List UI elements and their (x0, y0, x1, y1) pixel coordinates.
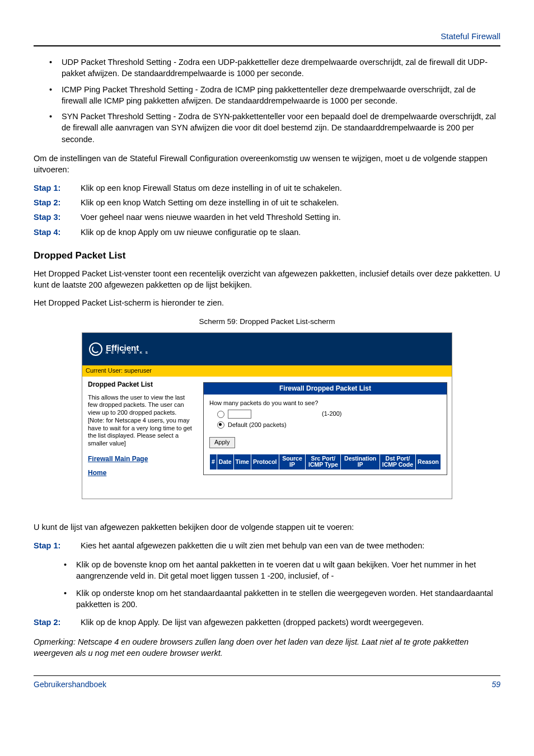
col-time: Time (233, 454, 251, 469)
col-date: Date (217, 454, 233, 469)
method-1: Klik op de bovenste knop om het aantal p… (67, 559, 500, 582)
method-2: Klik op onderste knop om het standaardaa… (67, 588, 500, 611)
col-num: # (210, 454, 217, 469)
radio-default-label: Default (200 packets) (228, 421, 287, 429)
steps-block-1: Stap 1:Klik op een knop Firewall Status … (34, 182, 500, 238)
para2: Het Dropped Packet List-scherm is hieron… (34, 297, 500, 308)
apply-button[interactable]: Apply (209, 437, 235, 448)
col-src-port: Src Port/ ICMP Type (306, 454, 341, 469)
header-rule (34, 45, 500, 46)
logo-sub: N E T W O R K S (106, 351, 149, 354)
sidebar: Dropped Packet List This allows the user… (82, 377, 199, 499)
steps-block-2: Stap 1:Kies het aantal afgewezen pakkett… (34, 540, 500, 551)
col-reason: Reason (416, 454, 441, 469)
note: Opmerking: Netscape 4 en oudere browsers… (34, 636, 500, 659)
step-label: Stap 1: (34, 540, 81, 551)
bullet-icmp: ICMP Ping Packet Threshold Setting - Zod… (53, 84, 500, 107)
step-text: Klik op een knop Firewall Status om deze… (81, 184, 342, 192)
step-label: Stap 2: (34, 197, 81, 208)
step-text: Kies het aantal afgewezen pakketten die … (81, 541, 424, 550)
settings-list: UDP Packet Threshold Setting - Zodra een… (34, 57, 500, 145)
intro2: U kunt de lijst van afgewezen pakketten … (34, 522, 500, 533)
main-panel-area: Firewall Dropped Packet List How many pa… (199, 377, 452, 499)
step-label: Stap 3: (34, 212, 81, 223)
step-label: Stap 2: (34, 617, 81, 628)
doc-header-title: Stateful Firewall (34, 30, 500, 42)
step-text: Voer geheel naar wens nieuwe waarden in … (81, 213, 341, 222)
step-text: Klik op de knop Apply om uw nieuwe confi… (81, 228, 301, 237)
panel: Firewall Dropped Packet List How many pa… (203, 382, 447, 475)
current-user-bar: Current User: superuser (82, 365, 452, 376)
intro1: Om de instellingen van de Stateful Firew… (34, 153, 500, 176)
step-label: Stap 4: (34, 227, 81, 238)
link-firewall-main[interactable]: Firewall Main Page (88, 454, 193, 464)
screenshot: Efficient N E T W O R K S Current User: … (82, 332, 452, 499)
figure-caption: Scherm 59: Dropped Packet List-scherm (34, 317, 500, 327)
step-text: Klik op een knop Watch Setting om deze i… (81, 198, 339, 207)
page-number: 59 (491, 679, 500, 691)
step-text: Klik op de knop Apply. De lijst van afge… (81, 618, 424, 627)
radio-custom[interactable] (217, 411, 224, 418)
steps-block-3: Stap 2:Klik op de knop Apply. De lijst v… (34, 617, 500, 628)
step-label: Stap 1: (34, 182, 81, 194)
bullet-syn: SYN Packet Threshold Setting - Zodra de … (53, 111, 500, 145)
footer-left: Gebruikershandboek (34, 679, 106, 691)
para1: Het Dropped Packet List-venster toont ee… (34, 268, 500, 291)
logo-icon (89, 342, 102, 356)
footer-rule (34, 675, 500, 676)
col-dst-ip: Destination IP (341, 454, 380, 469)
sidebar-title: Dropped Packet List (88, 380, 193, 389)
radio-default[interactable] (217, 421, 224, 429)
section-title: Dropped Packet List (34, 249, 500, 262)
bullet-udp: UDP Packet Threshold Setting - Zodra een… (53, 57, 500, 79)
dropped-packet-table: # Date Time Protocol Source IP Src Port/… (209, 454, 441, 470)
range-hint: (1-200) (322, 410, 341, 418)
col-protocol: Protocol (251, 454, 279, 469)
panel-question: How many packets do you want to see? (209, 399, 441, 407)
custom-count-input[interactable] (228, 410, 251, 419)
shot-header-bar: Efficient N E T W O R K S (82, 333, 452, 365)
brand-logo: Efficient N E T W O R K S (89, 342, 149, 356)
col-src-ip: Source IP (279, 454, 306, 469)
panel-title: Firewall Dropped Packet List (204, 383, 447, 395)
sidebar-description: This allows the user to view the last fe… (88, 394, 193, 448)
col-dst-port: Dst Port/ ICMP Code (380, 454, 415, 469)
method-sublist: Klik op de bovenste knop om het aantal p… (34, 559, 500, 610)
footer: Gebruikershandboek 59 (34, 679, 500, 691)
link-home[interactable]: Home (88, 468, 193, 478)
